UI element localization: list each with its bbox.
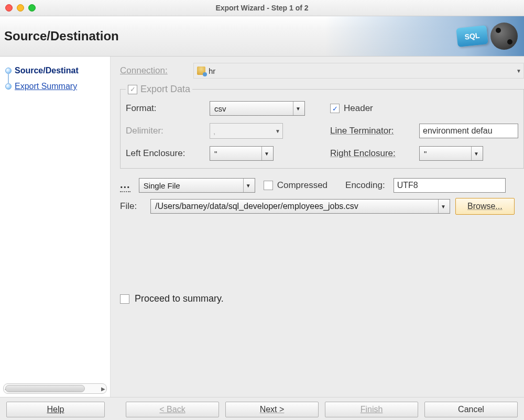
database-icon <box>197 67 205 75</box>
compressed-checkbox[interactable]: ✓ <box>264 181 273 190</box>
file-path-value: /Users/barney/data/sql_developer/employe… <box>155 202 358 211</box>
step-label: Export Summary <box>15 82 77 91</box>
left-enclosure-dropdown[interactable]: " ▼ <box>210 146 274 161</box>
line-terminator-label: Line Terminator: <box>330 126 419 136</box>
titlebar: Export Wizard - Step 1 of 2 <box>0 0 524 16</box>
form-area: Connection: hr ▼ ✓ Export Data Format: c… <box>111 57 524 397</box>
wizard-banner: Source/Destination SQL <box>0 16 524 57</box>
step-export-summary[interactable]: Export Summary <box>5 79 108 94</box>
delimiter-label: Delimiter: <box>126 126 210 136</box>
wizard-footer: Help < Back Next > Finish Cancel <box>0 397 524 420</box>
proceed-to-summary-label: Proceed to summary. <box>135 293 224 304</box>
connection-dropdown[interactable]: hr ▼ <box>193 63 524 79</box>
browse-button[interactable]: Browse... <box>455 198 515 215</box>
save-as-options-button[interactable]: ... <box>120 179 130 192</box>
line-terminator-value: environment defau <box>423 126 493 136</box>
step-bullet-icon <box>5 83 12 90</box>
film-reel-icon <box>490 23 518 50</box>
left-enclosure-value: " <box>214 149 217 158</box>
encoding-field[interactable]: UTF8 <box>394 178 506 193</box>
help-button[interactable]: Help <box>6 402 105 417</box>
save-as-dropdown[interactable]: Single File ▼ <box>139 178 255 193</box>
chevron-down-icon: ▼ <box>243 179 253 192</box>
wizard-step-nav: Source/Destinat Export Summary ◀ ▶ <box>0 57 111 397</box>
export-data-legend: ✓ Export Data <box>126 84 192 95</box>
connection-label: Connection: <box>120 65 188 76</box>
cancel-button[interactable]: Cancel <box>424 402 518 417</box>
encoding-value: UTF8 <box>397 181 418 190</box>
wizard-step-title: Source/Destination <box>4 29 119 43</box>
right-enclosure-value: " <box>424 149 427 158</box>
window-zoom-button[interactable] <box>28 4 36 12</box>
back-button-label: < Back <box>159 405 185 414</box>
right-enclosure-label: Right Enclosure: <box>330 148 419 159</box>
window-close-button[interactable] <box>5 4 13 12</box>
delimiter-dropdown: , ▼ <box>210 123 283 139</box>
chevron-down-icon: ▼ <box>261 147 271 160</box>
banner-artwork: SQL <box>457 23 518 50</box>
window-minimize-button[interactable] <box>17 4 24 12</box>
step-nav-scrollbar[interactable]: ◀ ▶ <box>3 383 107 394</box>
line-terminator-field[interactable]: environment defau <box>419 124 518 138</box>
delimiter-value: , <box>213 127 215 136</box>
export-data-group: ✓ Export Data Format: csv ▼ ✓ Header Del… <box>120 84 524 169</box>
save-as-value: Single File <box>144 181 180 190</box>
chevron-down-icon: ▼ <box>471 147 481 160</box>
header-label: Header <box>344 103 373 114</box>
export-data-legend-text: Export Data <box>140 84 190 95</box>
browse-button-label: Browse... <box>467 202 503 211</box>
help-button-label: Help <box>47 405 64 414</box>
sql-badge-icon: SQL <box>456 25 488 47</box>
window-title: Export Wizard - Step 1 of 2 <box>0 4 524 12</box>
format-dropdown[interactable]: csv ▼ <box>210 101 305 116</box>
file-label: File: <box>120 201 145 212</box>
format-value: csv <box>214 104 226 113</box>
chevron-down-icon: ▼ <box>516 68 521 74</box>
left-enclosure-label: Left Enclosure: <box>126 148 210 159</box>
header-checkbox[interactable]: ✓ <box>330 104 340 113</box>
finish-button: Finish <box>325 402 418 417</box>
step-label: Source/Destinat <box>15 66 79 75</box>
encoding-label: Encoding: <box>345 180 385 191</box>
scrollbar-thumb[interactable] <box>5 385 85 392</box>
chevron-down-icon: ▼ <box>293 102 303 115</box>
export-data-checkbox[interactable]: ✓ <box>128 85 137 94</box>
step-source-destination[interactable]: Source/Destinat <box>5 63 108 79</box>
finish-button-label: Finish <box>361 405 383 414</box>
proceed-to-summary-checkbox[interactable]: ✓ <box>120 294 129 304</box>
cancel-button-label: Cancel <box>458 405 484 414</box>
chevron-down-icon: ▼ <box>275 128 280 134</box>
scroll-right-arrow-icon[interactable]: ▶ <box>99 384 107 393</box>
compressed-label: Compressed <box>277 180 328 191</box>
chevron-down-icon: ▼ <box>438 200 448 213</box>
next-button[interactable]: Next > <box>225 402 319 417</box>
format-label: Format: <box>126 103 210 114</box>
next-button-label: Next > <box>260 405 285 414</box>
back-button: < Back <box>126 402 219 417</box>
right-enclosure-dropdown[interactable]: " ▼ <box>419 146 483 161</box>
file-path-field[interactable]: /Users/barney/data/sql_developer/employe… <box>150 199 450 214</box>
connection-value: hr <box>209 67 215 75</box>
